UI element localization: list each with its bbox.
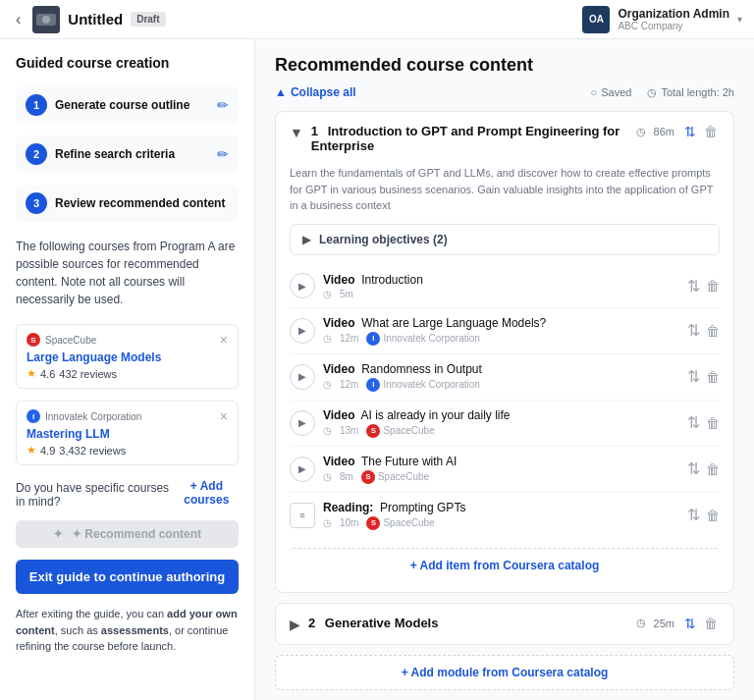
topbar: ‹ Untitled Draft OA Organization Admin A… [0,0,754,39]
course-thumbnail [32,6,60,33]
module-1-header: ▼ 1 Introduction to GPT and Prompt Engin… [276,112,733,165]
step-3-num: 3 [26,192,47,214]
saved-icon: ○ [591,86,598,98]
item-5-title: Video The Future with AI [323,455,457,468]
module-2-header: ▶ 2 Generative Models ◷ 25m ⇅ 🗑 [276,604,733,644]
module-1-meta: ◷ 86m ⇅ 🗑 [636,124,720,139]
item-1-meta: ◷ 5m [323,289,423,299]
clock-icon-m2: ◷ [636,617,646,629]
main-content: Recommended course content ▲ Collapse al… [255,39,754,700]
item-4-title: Video AI is already in your daily life [323,408,511,422]
drag-icon-3[interactable]: ⇅ [687,367,700,386]
module-1-reorder-button[interactable]: ⇅ [682,124,698,139]
star-icon-2: ★ [27,444,36,457]
objectives-header[interactable]: ▶ Learning objectives (2) [291,225,719,254]
org-sub: ABC Company [618,21,729,31]
delete-icon-2[interactable]: 🗑 [706,323,720,339]
drag-icon-4[interactable]: ⇅ [687,413,700,432]
item-1-title: Video Introduction [323,273,423,287]
module-1-delete-button[interactable]: 🗑 [702,124,720,139]
content-items: ▶ Video Introduction ◷ 5m [276,265,733,548]
course-2-rating: ★ 4.9 3,432 reviews [27,444,228,457]
add-module-button[interactable]: + Add module from Coursera catalog [402,666,609,679]
clock-icon-i3: ◷ [323,379,332,390]
play-icon-5: ▶ [290,457,315,482]
item-2-title: Video What are Large Language Models? [323,316,546,330]
svg-point-2 [42,16,50,24]
item-randomness: ▶ Video Randomness in Output ◷ 12m I [290,354,720,401]
add-module-row[interactable]: + Add module from Coursera catalog [275,655,734,690]
delete-icon-4[interactable]: 🗑 [706,415,720,431]
sidebar: Guided course creation 1 Generate course… [0,39,255,700]
item-4-meta: ◷ 13m S SpaceCube [323,424,511,438]
course-1-close-button[interactable]: × [220,333,228,347]
course-2-close-button[interactable]: × [220,409,228,423]
draft-badge: Draft [131,12,165,27]
add-courses-button[interactable]: + Add courses [175,479,239,507]
recommend-icon: ✦ [53,527,63,541]
step-3: 3 Review recommended content [16,185,239,222]
step-2-num: 2 [26,143,47,165]
step-1: 1 Generate course outline ✏ [16,86,239,124]
add-item-button[interactable]: + Add item from Coursera catalog [410,559,600,572]
innovatek-provider-icon: I [27,409,40,423]
item-ai-daily: ▶ Video AI is already in your daily life… [290,401,720,447]
step-3-label: Review recommended content [55,196,225,210]
main-layout: Guided course creation 1 Generate course… [0,39,754,700]
delete-icon-3[interactable]: 🗑 [706,369,720,385]
item-llm: ▶ Video What are Large Language Models? … [290,308,720,354]
specific-courses-row: Do you have specific courses in mind? + … [16,477,239,509]
step-1-label: Generate course outline [55,98,189,112]
module-2-toggle-button[interactable]: ▶ [290,617,300,632]
spacecube-provider-icon: S [27,333,40,347]
course-1-name[interactable]: Large Language Models [27,350,228,364]
delete-icon-6[interactable]: 🗑 [706,508,720,523]
total-length: ◷ Total length: 2h [647,86,734,99]
topbar-left: ‹ Untitled Draft [12,6,166,33]
drag-icon-5[interactable]: ⇅ [687,459,700,478]
module-2-meta: ◷ 25m ⇅ 🗑 [636,616,720,631]
item-3-provider: I Innovatek Corporation [366,378,479,392]
item-3-meta: ◷ 12m I Innovatek Corporation [323,378,482,392]
spacecube-icon-i4: S [366,424,380,438]
add-item-row[interactable]: + Add item from Coursera catalog [290,548,720,582]
delete-icon-5[interactable]: 🗑 [706,461,720,477]
course-1-provider: S SpaceCube [27,333,96,347]
exit-guide-button[interactable]: Exit guide to continue authoring [16,560,239,594]
delete-icon-1[interactable]: 🗑 [706,278,720,294]
spacecube-icon-i6: S [366,516,380,530]
play-icon-4: ▶ [290,410,315,436]
module-2-delete-button[interactable]: 🗑 [702,616,720,631]
course-title: Untitled [68,11,123,27]
step-1-edit-icon[interactable]: ✏ [217,97,229,113]
org-info: Organization Admin ABC Company [618,7,729,31]
course-card-2: I Innovatek Corporation × Mastering LLM … [16,401,239,465]
item-4-provider: S SpaceCube [366,424,434,438]
content-title: Recommended course content [275,55,734,76]
module-2-title: 2 Generative Models [308,616,636,630]
drag-icon-1[interactable]: ⇅ [687,277,700,296]
step-2-edit-icon[interactable]: ✏ [217,146,229,162]
item-prompting: ≡ Reading: Prompting GPTs ◷ 10m S [290,493,720,538]
step-1-num: 1 [26,94,47,116]
module-1-card: ▼ 1 Introduction to GPT and Prompt Engin… [275,111,734,593]
play-icon-2: ▶ [290,318,315,344]
topbar-right: OA Organization Admin ABC Company ▾ [582,6,742,33]
item-6-meta: ◷ 10m S SpaceCube [323,516,465,530]
recommend-content-button[interactable]: ✦ ✦ Recommend content [16,520,239,548]
drag-icon-2[interactable]: ⇅ [687,321,700,340]
module-1-desc: Learn the fundamentals of GPT and LLMs, … [276,165,733,224]
item-introduction: ▶ Video Introduction ◷ 5m [290,265,720,308]
course-2-name[interactable]: Mastering LLM [27,427,228,441]
collapse-all-button[interactable]: ▲ Collapse all [275,85,356,99]
back-button[interactable]: ‹ [12,9,25,30]
org-chevron-icon[interactable]: ▾ [737,14,742,25]
objectives-chevron-icon: ▶ [302,233,311,246]
innovatek-icon-i2: I [366,332,380,346]
reading-icon-6: ≡ [290,503,315,528]
drag-icon-6[interactable]: ⇅ [687,506,700,524]
course-2-provider: I Innovatek Corporation [27,409,141,423]
module-2-reorder-button[interactable]: ⇅ [682,616,698,631]
module-1-toggle-button[interactable]: ▼ [290,125,303,140]
module-2-card: ▶ 2 Generative Models ◷ 25m ⇅ 🗑 [275,603,734,645]
